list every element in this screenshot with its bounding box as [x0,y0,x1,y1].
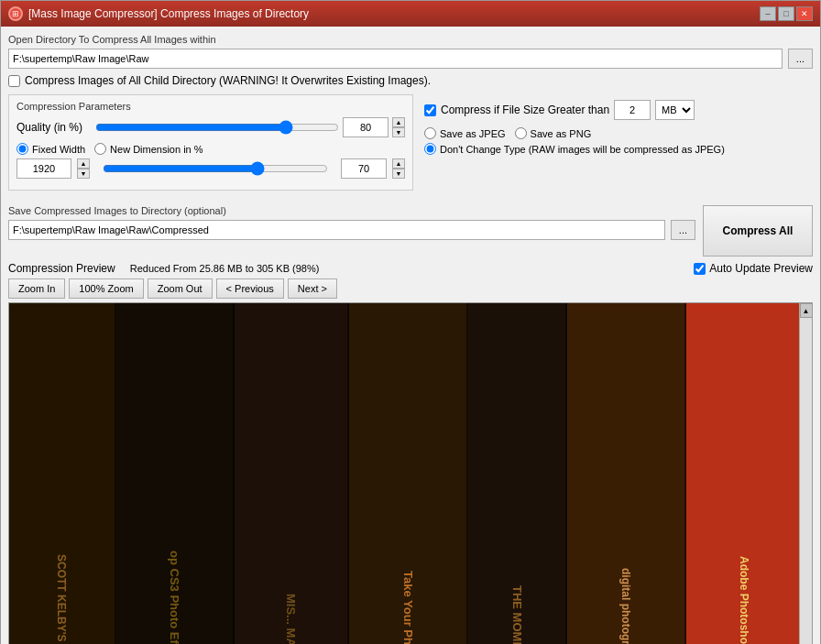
preview-section: Compression Preview Reduced From 25.86 M… [8,262,813,644]
filesize-input[interactable] [614,100,651,120]
save-dir-label: Save Compressed Images to Directory (opt… [8,205,695,216]
filesize-unit-select[interactable]: KB MB GB [655,100,695,120]
preview-label: Compression Preview [8,262,115,275]
dimension-radio-group: Fixed Width New Dimension in % [16,143,405,155]
child-dir-label: Compress Images of All Child Directory (… [25,74,431,87]
open-dir-browse-button[interactable]: ... [788,49,813,69]
book-spine-7: Adobe Photosho... for Mac [686,303,805,644]
close-button[interactable]: ✕ [796,6,813,21]
quality-label: Quality (in %) [16,121,82,134]
book-spine-5: THE MOMENT [468,303,568,644]
zoom-in-button[interactable]: Zoom In [8,278,65,299]
dimension-spinbox[interactable] [341,158,387,179]
zoom-controls: Zoom In 100% Zoom Zoom Out < Previous Ne… [8,278,813,299]
zoom-100-button[interactable]: 100% Zoom [69,278,143,299]
window-title: [Mass Image Compressor] Compress Images … [28,7,309,20]
dimension-values-row: ▲ ▼ ▲ ▼ [16,158,405,179]
child-dir-row: Compress Images of All Child Directory (… [8,74,813,87]
save-dir-input[interactable] [8,220,665,240]
preview-info: Reduced From 25.86 MB to 305 KB (98%) [130,263,320,274]
title-bar-controls: – □ ✕ [760,6,813,21]
compress-all-button[interactable]: Compress All [703,205,813,257]
minimize-button[interactable]: – [760,6,776,21]
save-jpeg-label[interactable]: Save as JPEG [424,127,506,139]
dont-change-row: Don't Change Type (RAW images will be co… [424,143,813,155]
preview-header: Compression Preview Reduced From 25.86 M… [8,262,813,275]
compress-filesize-label: Compress if File Size Greater than [441,104,609,116]
book-spine-2: op CS3 Photo Effects Co... [116,303,235,644]
book-spine-6: digital photographer... [567,303,685,644]
next-button[interactable]: Next > [288,278,337,299]
quality-slider[interactable] [95,120,339,135]
book-spine-3: MIS... MA... [235,303,349,644]
width-spinbox[interactable] [16,158,71,179]
compress-filesize-checkbox[interactable] [424,104,436,116]
width-spin-down[interactable]: ▼ [77,169,90,179]
save-dir-row: ... [8,220,695,240]
scroll-up-arrow[interactable]: ▲ [800,303,813,318]
dimension-spin-down[interactable]: ▼ [392,169,405,179]
book-spine-4: Take Your Photog... [349,303,467,644]
compress-filesize-row: Compress if File Size Greater than KB MB… [424,100,813,120]
quality-spin-up[interactable]: ▲ [392,117,405,127]
maximize-button[interactable]: □ [778,6,794,21]
preview-image-container: SCOTT KELBY'S 7-POINT... op CS3 Photo Ef… [8,302,813,644]
auto-update-label: Auto Update Preview [709,262,813,275]
quality-spin-down[interactable]: ▼ [392,127,405,137]
dont-change-radio[interactable] [424,143,436,155]
quality-spin-arrows: ▲ ▼ [392,117,405,137]
open-dir-input[interactable] [8,49,783,69]
save-jpeg-radio[interactable] [424,127,436,139]
quality-row: Quality (in %) ▲ ▼ [16,117,405,137]
fixed-width-radio[interactable] [16,143,28,155]
save-dir-browse-button[interactable]: ... [671,220,695,240]
fixed-width-label[interactable]: Fixed Width [16,143,85,155]
vertical-scrollbar[interactable]: ▲ ▼ [799,303,812,644]
dimension-spin-up[interactable]: ▲ [392,158,405,169]
filesize-panel: Compress if File Size Greater than KB MB… [424,94,813,191]
app-icon: ⊞ [8,6,23,21]
quality-spinbox[interactable] [343,117,389,137]
open-dir-row: ... [8,49,813,69]
dont-change-label[interactable]: Don't Change Type (RAW images will be co… [424,143,725,155]
main-content: Open Directory To Compress All Images wi… [1,27,820,644]
format-radio-group: Save as JPEG Save as PNG [424,127,813,139]
previous-button[interactable]: < Previous [216,278,284,299]
dimension-spin-arrows: ▲ ▼ [392,158,405,179]
main-window: ⊞ [Mass Image Compressor] Compress Image… [0,0,821,644]
child-dir-checkbox[interactable] [8,75,20,87]
new-dimension-label[interactable]: New Dimension in % [94,143,203,155]
book-spine-1: SCOTT KELBY'S 7-POINT... [9,303,116,644]
open-dir-label: Open Directory To Compress All Images wi… [8,34,813,45]
compression-panel: Compression Parameters Quality (in %) ▲ … [8,94,413,191]
save-png-radio[interactable] [515,127,527,139]
dimension-slider[interactable] [103,161,328,176]
save-dir-section: Save Compressed Images to Directory (opt… [8,205,695,246]
books-display: SCOTT KELBY'S 7-POINT... op CS3 Photo Ef… [9,303,812,644]
zoom-out-button[interactable]: Zoom Out [148,278,213,299]
compression-label: Compression Parameters [16,101,405,112]
save-png-label[interactable]: Save as PNG [515,127,592,139]
auto-update-checkbox[interactable] [694,263,706,275]
width-spin-up[interactable]: ▲ [77,158,90,169]
title-bar-left: ⊞ [Mass Image Compressor] Compress Image… [8,6,309,21]
new-dimension-radio[interactable] [94,143,106,155]
width-spin-arrows: ▲ ▼ [77,158,90,179]
title-bar: ⊞ [Mass Image Compressor] Compress Image… [1,1,820,27]
